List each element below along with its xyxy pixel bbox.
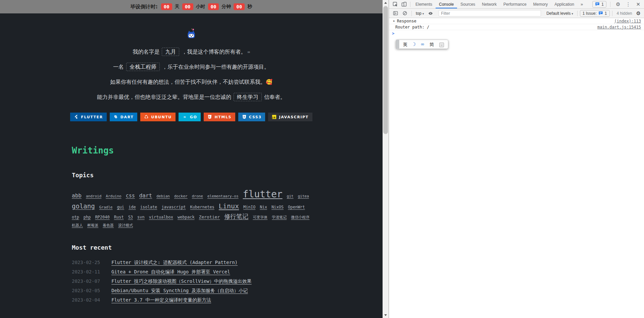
tech-badge[interactable]: 5 HTML5 — [204, 113, 235, 121]
post-title-link[interactable]: Flutter 设计模式之: 适配器模式 (Adapter Pattern) — [111, 260, 238, 266]
post-title-link[interactable]: Gitea + Drone 自动化编译 Hugo 并部署至 Vercel — [111, 269, 230, 275]
expand-triangle-icon[interactable]: ▶ — [393, 19, 395, 22]
devtools-tab[interactable]: Elements — [412, 0, 436, 8]
simplified-chinese-icon[interactable]: 简 — [430, 42, 434, 47]
console-message-text: Response — [397, 19, 416, 23]
topic-tag[interactable]: 修行笔记 — [224, 212, 248, 220]
tech-badge[interactable]: ∞ GO — [179, 113, 201, 121]
topic-tag[interactable]: 机器人 — [72, 223, 83, 228]
topic-tag[interactable]: git — [287, 194, 294, 198]
log-levels-dropdown[interactable]: Default levels▾ — [545, 11, 575, 16]
topic-tag[interactable]: gitea — [298, 194, 309, 198]
topic-tag[interactable]: Kubernetes — [190, 205, 214, 209]
eye-icon[interactable] — [426, 9, 435, 17]
devtools-tab[interactable]: Sources — [457, 0, 479, 8]
topic-tag[interactable]: Zerotier — [199, 214, 220, 219]
topic-tag[interactable]: javascript — [161, 205, 186, 209]
topic-tag[interactable]: 树莓派 — [87, 223, 98, 228]
topic-tag[interactable]: webpack — [178, 215, 195, 219]
devtools-tab[interactable]: Performance — [500, 0, 530, 8]
recent-post-row: 2023-02-25 Flutter 设计模式之: 适配器模式 (Adapter… — [72, 260, 311, 266]
intro-text: 能力并非最优，但也绝非泛泛之辈。背地里是一位忠诚的 — [97, 94, 231, 100]
post-title-link[interactable]: Flutter 3.7 中一种定义编译时变量的新方法 — [111, 297, 211, 303]
tech-badge[interactable]: 3 CSS3 — [238, 113, 265, 121]
tech-badge[interactable]: JS JAVASCRIPT — [268, 113, 312, 121]
moon-icon[interactable]: ☽ — [413, 41, 416, 47]
scrollbar-up-arrow[interactable] — [383, 0, 389, 6]
close-devtools-icon[interactable]: ✕ — [634, 1, 642, 7]
page-scrollbar[interactable] — [383, 0, 389, 318]
inspect-element-icon[interactable] — [391, 0, 400, 8]
countdown-value: 00 — [161, 3, 172, 10]
devtools-tab[interactable]: Memory — [530, 0, 551, 8]
topic-tag[interactable]: css — [126, 193, 135, 199]
topic-tag[interactable]: 设计模式 — [118, 223, 133, 228]
issues-badge[interactable]: 1 Issue: 1 — [580, 10, 610, 17]
topic-tag[interactable]: NixOS — [271, 205, 284, 209]
console-filter-input[interactable] — [439, 10, 541, 16]
topic-tag[interactable]: golang — [72, 202, 95, 210]
tech-badge[interactable]: FLUTTER — [70, 113, 107, 121]
topic-tag[interactable]: dart — [139, 192, 152, 199]
topic-tag[interactable]: android — [86, 194, 101, 198]
topic-tag[interactable]: Linux — [219, 202, 239, 210]
topic-tag[interactable]: MinIO — [243, 205, 255, 209]
console-prompt-chevron[interactable]: > — [389, 30, 644, 36]
device-toolbar-icon[interactable] — [400, 0, 408, 8]
tech-badge[interactable]: DART — [110, 113, 138, 121]
clear-console-icon[interactable] — [400, 9, 409, 17]
console-sidebar-toggle-icon[interactable] — [391, 9, 400, 17]
topic-tag[interactable]: 可变字体 — [253, 215, 267, 220]
topic-tag[interactable]: RP2040 — [95, 215, 109, 219]
scrollbar-down-arrow[interactable] — [383, 312, 389, 318]
recent-post-row: 2023-02-07 Flutter 技巧之移除滚动视图（ScrollView）… — [72, 278, 311, 284]
role-box: 全栈工程师 — [126, 63, 160, 71]
topic-tag[interactable]: Rust — [114, 215, 124, 219]
issues-counter-badge[interactable]: 1 — [592, 1, 606, 8]
source-location-link[interactable]: main.dart.js:15415 — [597, 25, 641, 29]
english-char-icon[interactable]: 英 — [403, 42, 407, 47]
small-button-icon[interactable]: ▫ — [439, 43, 444, 47]
topic-tag[interactable]: OpenWrt — [288, 205, 305, 209]
topic-tag[interactable]: drone — [192, 194, 203, 198]
countdown-unit: 00 分钟 — [208, 3, 231, 10]
topic-tag[interactable]: virtualbox — [149, 215, 173, 219]
topic-tag[interactable]: php — [84, 215, 91, 219]
tech-badge[interactable]: UBUNTU — [140, 113, 176, 121]
topic-tag[interactable]: elementaary-os — [207, 194, 239, 198]
topic-tag[interactable]: Nix — [260, 205, 267, 209]
topic-tag[interactable]: 学渣笔记 — [272, 215, 287, 220]
recent-posts-list: 2023-02-25 Flutter 设计模式之: 适配器模式 (Adapter… — [72, 260, 311, 303]
topic-tag[interactable]: docker — [174, 194, 188, 198]
kebab-menu-icon[interactable]: ⋮ — [624, 1, 632, 7]
topic-tag[interactable]: 微信小程序 — [291, 215, 309, 220]
devtools-tab[interactable]: Application — [551, 0, 578, 8]
glasses-icon[interactable]: ∞ — [421, 41, 424, 47]
topic-tag[interactable]: debian — [156, 194, 170, 198]
topic-tag[interactable]: isolate — [140, 205, 157, 209]
source-location-link[interactable]: (index):113 — [614, 19, 641, 23]
post-title-link[interactable]: Flutter 技巧之移除滚动视图（ScrollView）中的拖拽溢出效果 — [111, 278, 252, 284]
topic-tag[interactable]: ide — [129, 205, 136, 209]
devtools-tab[interactable]: Console — [436, 0, 457, 8]
topic-tag[interactable]: Arduino — [106, 194, 121, 198]
topic-tag[interactable]: svn — [137, 215, 145, 219]
topic-tag[interactable]: gui — [117, 205, 124, 209]
console-message-row: ▶ Response (index):113 — [389, 18, 644, 24]
more-tabs-icon[interactable]: » — [578, 2, 586, 7]
context-selector-dropdown[interactable]: top▾ — [414, 11, 426, 16]
topic-tag[interactable]: Gradle — [99, 205, 113, 209]
topic-tag[interactable]: flutter — [243, 189, 283, 200]
topic-tag[interactable]: S3 — [128, 215, 133, 219]
scrollbar-thumb[interactable] — [383, 6, 388, 134]
topic-tag[interactable]: 着色器 — [103, 223, 114, 228]
settings-gear-icon[interactable]: ⚙ — [614, 1, 622, 7]
drag-handle[interactable] — [396, 40, 399, 49]
post-title-link[interactable]: Debian/Ubuntu 安装 Syncthing 及添加服务（自启动）小记 — [111, 288, 248, 294]
issues-count: 1 — [601, 2, 604, 7]
topic-tag[interactable]: otp — [72, 215, 79, 219]
topic-tag[interactable]: abb — [72, 192, 82, 199]
console-settings-gear-icon[interactable]: ⚙ — [635, 10, 642, 16]
intro-text: 如果你有任何有趣的想法，但苦于找不到伙伴，不妨尝试联系我。 — [110, 79, 266, 85]
devtools-tab[interactable]: Network — [479, 0, 500, 8]
